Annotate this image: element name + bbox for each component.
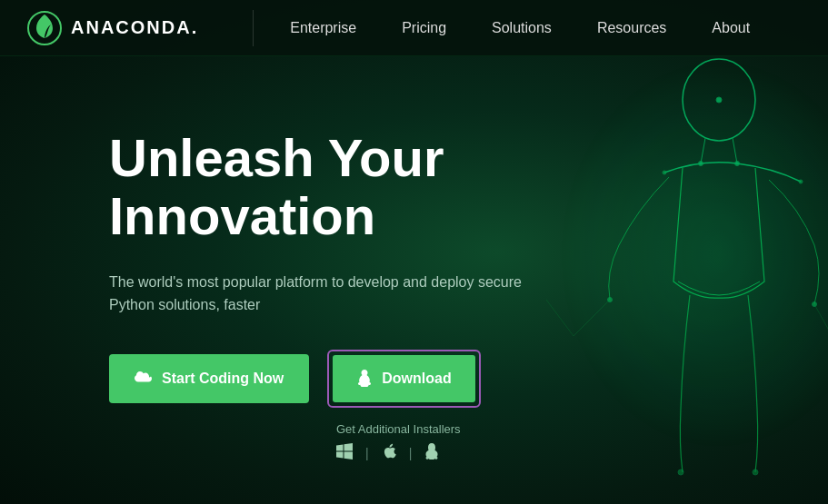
anaconda-logo-icon (27, 11, 62, 45)
apple-icon[interactable] (382, 443, 396, 464)
nav-item-resources[interactable]: Resources (597, 20, 666, 36)
download-button[interactable]: Download (333, 355, 474, 402)
installers-label: Get Additional Installers (336, 422, 828, 436)
cloud-icon (135, 371, 153, 386)
logo[interactable]: ANACONDA. (27, 11, 198, 45)
logo-text: ANACONDA. (71, 17, 198, 38)
hero-subtitle: The world's most popular platform to dev… (109, 271, 564, 317)
nav-item-about[interactable]: About (712, 20, 750, 36)
start-coding-button[interactable]: Start Coding Now (109, 354, 309, 403)
separator-1: | (365, 446, 369, 460)
separator-2: | (409, 446, 413, 460)
navbar: ANACONDA. Enterprise Pricing Solutions R… (0, 0, 828, 56)
nav-divider (253, 10, 254, 46)
nav-item-enterprise[interactable]: Enterprise (290, 20, 356, 36)
download-button-wrapper: Download (327, 350, 480, 408)
cta-buttons: Start Coding Now Download (109, 350, 828, 408)
hero-section: Unleash Your Innovation The world's most… (0, 56, 828, 464)
nav-item-pricing[interactable]: Pricing (402, 20, 446, 36)
svg-point-13 (678, 469, 683, 475)
windows-icon[interactable] (336, 443, 353, 464)
nav-item-solutions[interactable]: Solutions (492, 20, 552, 36)
hero-title: Unleash Your Innovation (109, 129, 582, 245)
download-linux-icon (356, 370, 373, 388)
os-icons-list: | | (336, 443, 828, 464)
linux-icon[interactable] (424, 443, 439, 464)
svg-point-14 (753, 469, 758, 475)
installers-section: Get Additional Installers | | (109, 422, 828, 464)
nav-links: Enterprise Pricing Solutions Resources A… (290, 20, 750, 36)
